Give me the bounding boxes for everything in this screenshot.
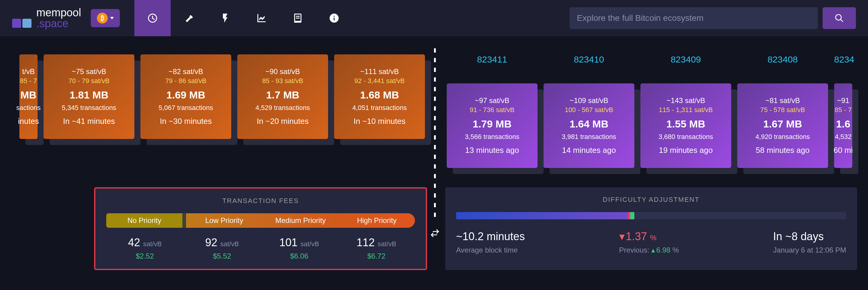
mined-block[interactable]: 823408 ~81 sat/vB 75 - 578 sat/vB 1.67 M… <box>737 55 828 168</box>
chart-icon <box>256 13 267 24</box>
high-priority-header: High Priority <box>339 213 415 228</box>
mined-block[interactable]: 823411 ~97 sat/vB 91 - 736 sat/vB 1.79 M… <box>447 55 537 168</box>
logo-icon <box>12 8 31 28</box>
fee-col-low-priority: 92 sat/vB $5.52 <box>183 236 260 260</box>
about-tab[interactable] <box>316 0 352 36</box>
book-icon <box>292 13 303 24</box>
transaction-fees-panel: TRANSACTION FEES No Priority Low Priorit… <box>94 187 427 270</box>
mining-tab[interactable] <box>171 0 207 36</box>
fee-col-no-priority: 42 sat/vB $2.52 <box>106 236 183 260</box>
difficulty-progress-bar <box>456 212 846 219</box>
bolt-icon <box>220 13 230 24</box>
hammer-icon <box>183 13 194 24</box>
swap-icon <box>430 228 440 238</box>
info-icon <box>329 13 340 24</box>
panel-title: TRANSACTION FEES <box>106 197 415 205</box>
bitcoin-icon: ₿ <box>97 13 108 24</box>
logo-text: mempool .space <box>36 7 81 29</box>
pending-block[interactable]: ~82 sat/vB 79 - 86 sat/vB 1.69 MB 5,067 … <box>141 55 231 139</box>
navbar: mempool .space ₿ <box>0 0 868 36</box>
pending-block[interactable]: ~75 sat/vB 70 - 79 sat/vB 1.81 MB 5,345 … <box>43 55 134 139</box>
fee-col-high-priority: 112 sat/vB $6.72 <box>338 236 415 260</box>
gauge-icon <box>147 13 158 24</box>
difficulty-panel: DIFFICULTY ADJUSTMENT ~10.2 minutes Aver… <box>445 187 857 270</box>
avg-block-time: ~10.2 minutes Average block time <box>456 230 525 254</box>
low-priority-header: Low Priority <box>186 213 262 228</box>
search-icon <box>834 13 844 23</box>
search-input[interactable] <box>569 7 818 29</box>
network-selector[interactable]: ₿ <box>91 9 120 27</box>
pending-block[interactable]: ~90 sat/vB 85 - 93 sat/vB 1.7 MB 4,529 t… <box>237 55 328 139</box>
fee-col-medium-priority: 101 sat/vB $6.06 <box>260 236 338 260</box>
panel-title: DIFFICULTY ADJUSTMENT <box>456 196 846 204</box>
no-priority-header: No Priority <box>106 213 183 228</box>
pending-block-partial[interactable]: t/vB 85 - 7 MB sactions inutes <box>19 55 37 139</box>
difficulty-change: 1.37 % Previous: 6.98 % <box>619 230 679 254</box>
logo[interactable]: mempool .space <box>12 7 81 29</box>
dashboard-tab[interactable] <box>134 0 171 36</box>
lightning-tab[interactable] <box>207 0 243 36</box>
docs-tab[interactable] <box>280 0 316 36</box>
chevron-down-icon <box>110 17 114 19</box>
charts-tab[interactable] <box>243 0 280 36</box>
mined-block-partial[interactable]: 8234 ~91 85 - 7 1.6 4,532 60 mi <box>834 55 855 168</box>
mined-block[interactable]: 823409 ~143 sat/vB 115 - 1,311 sat/vB 1.… <box>641 55 731 168</box>
next-adjustment: In ~8 days January 6 at 12:06 PM <box>773 230 846 254</box>
mined-block[interactable]: 823410 ~109 sat/vB 100 - 567 sat/vB 1.64… <box>544 55 634 168</box>
medium-priority-header: Medium Priority <box>262 213 339 228</box>
search-button[interactable] <box>823 7 856 29</box>
pending-block[interactable]: ~111 sat/vB 92 - 3,441 sat/vB 1.68 MB 4,… <box>334 55 425 139</box>
blocks-strip: t/vB 85 - 7 MB sactions inutes ~75 sat/v… <box>0 36 868 187</box>
fee-priority-header: No Priority Low Priority Medium Priority… <box>106 213 415 228</box>
